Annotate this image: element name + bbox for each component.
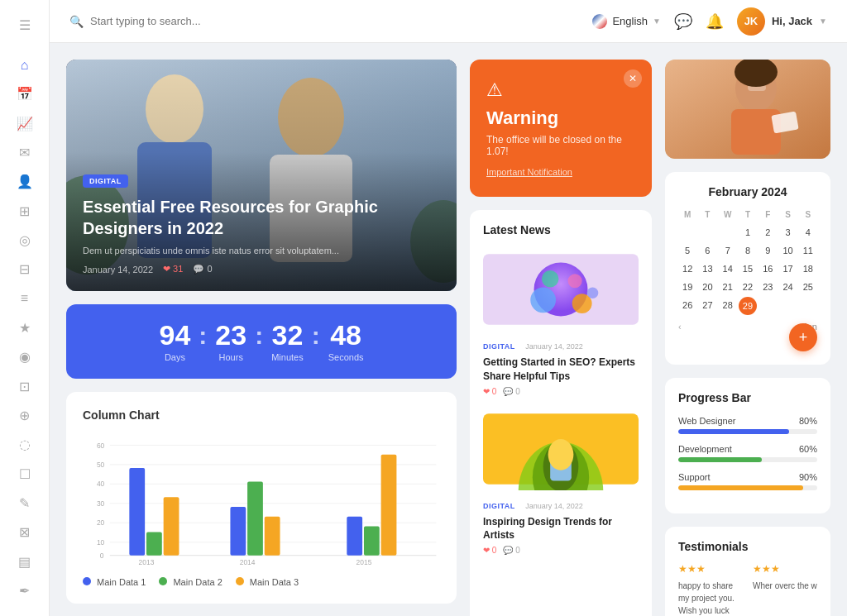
cal-day-29[interactable]: 29 [739, 297, 757, 315]
cal-day-1[interactable]: 1 [739, 224, 757, 241]
sidebar-icon-menu[interactable]: ☰ [10, 13, 40, 37]
hero-card: DIGITAL Essential Free Resources for Gra… [66, 60, 457, 291]
sidebar-icon-calendar[interactable]: 📅 [10, 82, 40, 106]
sidebar-icon-location[interactable]: ◉ [10, 345, 40, 369]
sidebar-icon-circle[interactable]: ◎ [10, 228, 40, 252]
cal-day-7[interactable]: 7 [719, 242, 737, 259]
cal-day-26[interactable]: 26 [678, 297, 696, 315]
seconds-label: Seconds [328, 352, 364, 362]
messages-icon[interactable]: 💬 [674, 12, 692, 31]
countdown-minutes: 32 Minutes [271, 321, 304, 362]
cal-day-11[interactable]: 11 [799, 242, 817, 259]
news-item-2-comments: 💬 0 [503, 546, 519, 555]
svg-rect-27 [265, 517, 280, 556]
cal-day-17[interactable]: 17 [778, 260, 797, 277]
column-chart-svg: 60 50 40 30 20 10 0 [83, 435, 440, 567]
progress-item-1: Web Designer 80% [678, 416, 817, 434]
sidebar-icon-chart[interactable]: 📈 [10, 112, 40, 136]
sidebar-icon-user[interactable]: 👤 [10, 170, 40, 193]
search-box[interactable]: 🔍 [69, 15, 334, 28]
progress-label-3: Support [678, 472, 711, 482]
svg-text:50: 50 [97, 461, 105, 469]
chart-title: Column Chart [83, 408, 440, 422]
warning-link[interactable]: Important Notification [486, 167, 635, 177]
cal-day-28[interactable]: 28 [719, 297, 737, 315]
separator-3: : [312, 322, 320, 361]
progress-value-2: 60% [799, 444, 817, 454]
chevron-down-icon: ▼ [653, 17, 661, 26]
seconds-value: 48 [328, 321, 364, 349]
cal-day-empty-1 [678, 224, 696, 241]
sidebar-icon-bag[interactable]: ⊡ [10, 374, 40, 398]
legend-item-1: Main Data 1 [83, 577, 146, 587]
sidebar-icon-home[interactable]: ⌂ [10, 53, 40, 77]
svg-text:2013: 2013 [139, 558, 155, 566]
cal-day-27[interactable]: 27 [698, 297, 716, 315]
cal-day-18[interactable]: 18 [799, 260, 817, 277]
cal-day-25[interactable]: 25 [799, 279, 817, 295]
cal-day-21[interactable]: 21 [719, 279, 737, 295]
cal-day-10[interactable]: 10 [778, 242, 797, 259]
sidebar: ☰ ⌂ 📅 📈 ✉ 👤 ⊞ ◎ ⊟ ≡ ★ ◉ ⊡ ⊕ ◌ ☐ ✎ ⊠ ▤ ✒ [0, 0, 50, 616]
cal-day-empty-2 [698, 224, 716, 241]
cal-day-23[interactable]: 23 [758, 279, 777, 295]
cal-day-5[interactable]: 5 [678, 242, 696, 259]
cal-day-16[interactable]: 16 [758, 260, 777, 277]
cal-day-9[interactable]: 9 [758, 242, 777, 259]
hero-meta: January 14, 2022 ❤ 31 💬 0 [83, 264, 440, 275]
news-item-1-heart: ❤ 0 [483, 387, 496, 396]
cal-day-15[interactable]: 15 [739, 260, 757, 277]
sidebar-icon-list[interactable]: ≡ [10, 286, 40, 310]
right-column: February 2024 M T W T F S S 1 2 3 4 [665, 60, 830, 616]
testimonial-2: ★★★ Wher overc the w [753, 561, 817, 616]
cal-day-6[interactable]: 6 [698, 242, 716, 259]
cal-day-empty-3 [719, 224, 737, 241]
testimonials-title: Testimonials [678, 540, 817, 553]
cal-header-fri: F [758, 207, 777, 222]
svg-text:0: 0 [100, 552, 104, 560]
progress-bar-fill-3 [678, 485, 803, 490]
hero-title: Essential Free Resources for Graphic Des… [83, 196, 440, 239]
sidebar-icon-star[interactable]: ★ [10, 316, 40, 340]
language-selector[interactable]: English ▼ [592, 14, 661, 29]
sidebar-icon-doc[interactable]: ☐ [10, 461, 40, 485]
cal-day-2[interactable]: 2 [758, 224, 777, 241]
cal-day-12[interactable]: 12 [678, 260, 696, 277]
calendar-add-button[interactable]: + [789, 323, 817, 351]
cal-day-4[interactable]: 4 [799, 224, 817, 241]
cal-day-3[interactable]: 3 [778, 224, 797, 241]
svg-text:2014: 2014 [240, 558, 256, 566]
testimonial-1-stars: ★★★ [678, 561, 743, 576]
cal-day-8[interactable]: 8 [739, 242, 757, 259]
sidebar-icon-grid[interactable]: ⊞ [10, 198, 40, 222]
news-item-2-stats: ❤ 0 💬 0 [483, 546, 639, 555]
user-menu[interactable]: JK Hi, Jack ▼ [737, 7, 827, 36]
sidebar-icon-store[interactable]: ⊕ [10, 404, 40, 427]
progress-label-1: Web Designer [678, 416, 736, 426]
notifications-icon[interactable]: 🔔 [706, 12, 724, 31]
progress-item-2: Development 60% [678, 444, 817, 462]
cal-day-24[interactable]: 24 [778, 279, 797, 295]
sidebar-icon-layers[interactable]: ▤ [10, 549, 40, 573]
cal-day-14[interactable]: 14 [719, 260, 737, 277]
sidebar-icon-shopping[interactable]: ⊠ [10, 520, 40, 544]
hero-content: DIGITAL Essential Free Resources for Gra… [66, 155, 457, 291]
cal-day-13[interactable]: 13 [698, 260, 716, 277]
news-item-1: DIGITAL January 14, 2022 Getting Started… [483, 248, 639, 396]
hero-likes: 31 [173, 264, 183, 274]
legend-dot-1 [83, 577, 91, 585]
sidebar-icon-mail[interactable]: ✉ [10, 141, 40, 165]
topbar-right: English ▼ 💬 🔔 JK Hi, Jack ▼ [592, 7, 827, 36]
sidebar-icon-planet[interactable]: ◌ [10, 432, 40, 456]
sidebar-icon-edit[interactable]: ✎ [10, 491, 40, 515]
svg-point-39 [587, 287, 599, 298]
sidebar-icon-table[interactable]: ⊟ [10, 257, 40, 281]
calendar-grid: M T W T F S S 1 2 3 4 5 6 [678, 207, 817, 315]
cal-day-19[interactable]: 19 [678, 279, 696, 295]
middle-column: ✕ ⚠ Warning The office will be closed on… [470, 60, 652, 616]
sidebar-icon-pen[interactable]: ✒ [10, 579, 40, 603]
cal-day-22[interactable]: 22 [739, 279, 757, 295]
search-input[interactable] [90, 15, 334, 27]
warning-close-button[interactable]: ✕ [624, 69, 642, 88]
cal-day-20[interactable]: 20 [698, 279, 716, 295]
